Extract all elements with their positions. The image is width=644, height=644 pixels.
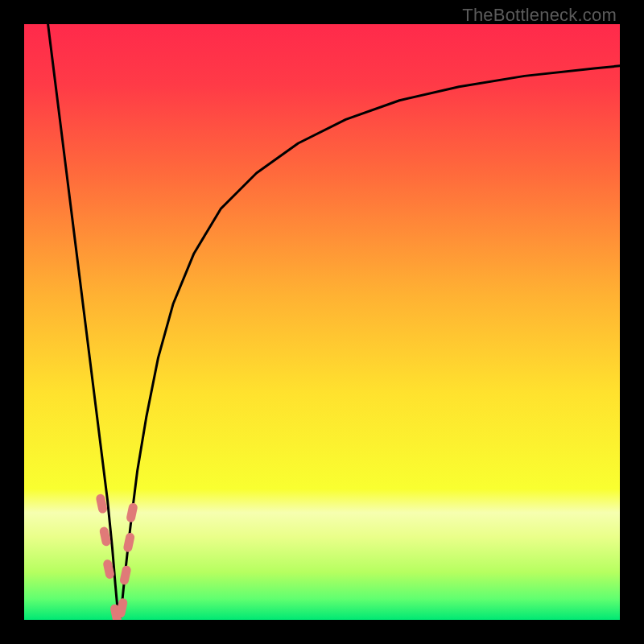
accent-dash — [108, 564, 110, 575]
plot-area — [24, 24, 620, 620]
accent-dash — [104, 531, 106, 542]
accent-dash — [128, 537, 130, 547]
accent-dash — [101, 498, 103, 509]
accent-dash — [131, 507, 134, 518]
accent-dash — [124, 570, 126, 580]
accent-dash — [121, 603, 123, 613]
curve-left-branch — [48, 24, 118, 617]
chart-frame: TheBottleneck.com — [0, 0, 644, 644]
watermark-text: TheBottleneck.com — [462, 5, 617, 26]
curve-layer — [24, 24, 620, 620]
curve-right-branch — [121, 66, 620, 617]
